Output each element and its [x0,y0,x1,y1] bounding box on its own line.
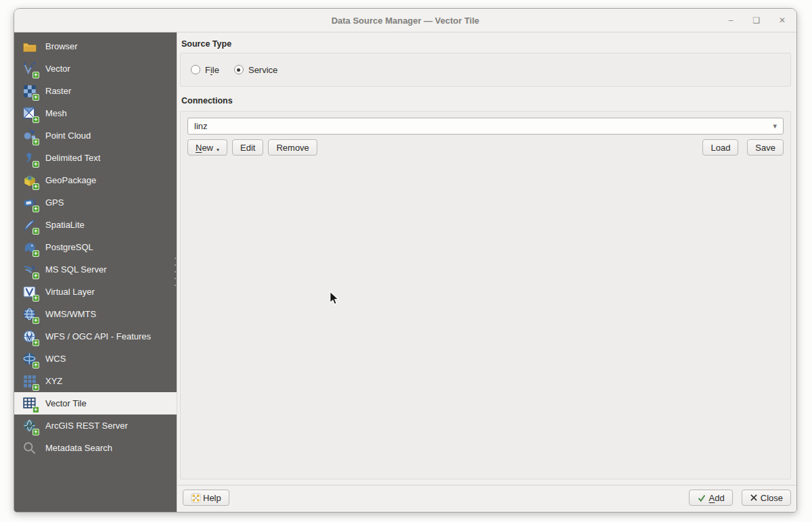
sidebar-item-geopackage[interactable]: + GeoPackage [14,169,177,191]
chevron-down-icon: ▾ [773,122,777,130]
radio-file-circle[interactable] [191,65,200,74]
plus-badge-icon: + [32,272,39,279]
save-connections-button[interactable]: Save [747,139,784,156]
menu-arrow-icon: ▾ [217,147,219,155]
radio-service-label: Service [248,65,277,75]
raster-layer-icon: + [22,83,38,99]
minimize-icon[interactable]: – [725,16,737,25]
close-button[interactable]: Close [742,490,791,506]
help-icon [191,493,201,503]
radio-service[interactable]: Service [234,65,277,75]
postgresql-elephant-icon: + [22,239,38,256]
sidebar-item-metadata-search[interactable]: Metadata Search [14,437,177,459]
plus-badge-icon: + [32,72,39,78]
new-connection-button[interactable]: New▾ [187,139,227,156]
source-type-group: File Service [180,53,791,87]
sidebar-item-label: XYZ [45,376,62,386]
plus-badge-icon: + [32,406,39,413]
sidebar-item-wcs[interactable]: + WCS [14,348,177,370]
sidebar-item-label: Point Cloud [45,130,91,141]
sidebar-item-label: WFS / OGC API - Features [45,331,151,341]
plus-badge-icon: + [32,362,39,369]
plus-badge-icon: + [32,250,39,257]
gps-icon: + [22,195,38,211]
plus-badge-icon: + [32,317,39,324]
sidebar-item-vector[interactable]: + Vector [14,57,177,80]
sidebar-item-ms-sql-server[interactable]: + MS SQL Server [14,258,177,281]
plus-badge-icon: + [32,94,39,101]
sidebar-item-label: GPS [45,197,64,208]
sidebar-item-xyz[interactable]: + XYZ [14,370,177,392]
sidebar-item-browser[interactable]: Browser [14,35,177,57]
wcs-globe-icon: + [22,351,38,367]
sidebar-item-wms-wmts[interactable]: + WMS/WMTS [14,303,177,325]
radio-service-circle[interactable] [234,65,244,74]
connection-select[interactable]: linz ▾ [187,118,784,135]
sidebar-item-label: Mesh [45,108,67,118]
new-button-label: New [196,143,213,153]
sidebar-item-mesh[interactable]: + Mesh [14,102,177,124]
window-title: Data Source Manager — Vector Tile [332,16,480,26]
sidebar-item-point-cloud[interactable]: + Point Cloud [14,124,177,147]
sidebar-item-label: Virtual Layer [45,287,95,297]
close-window-icon[interactable]: ✕ [776,16,788,25]
help-button-label: Help [203,493,221,503]
radio-file-label: File [205,65,219,75]
sidebar-item-label: MS SQL Server [45,264,107,275]
vector-tile-pane: Source Type File Service Connections lin… [177,32,796,512]
plus-badge-icon: + [32,295,39,302]
spatialite-feather-icon: + [22,217,38,233]
mesh-layer-icon: + [22,105,38,122]
sidebar-item-label: Vector Tile [45,398,87,408]
connections-empty-area [187,156,784,473]
data-source-manager-window: Data Source Manager — Vector Tile – ❑ ✕ … [14,8,797,513]
titlebar[interactable]: Data Source Manager — Vector Tile – ❑ ✕ [14,9,796,32]
sidebar-item-label: PostgreSQL [45,242,93,252]
plus-badge-icon: + [32,139,39,145]
connections-heading: Connections [181,96,791,105]
add-button-label: Add [709,493,725,503]
wms-wmts-globe-icon: + [22,306,38,323]
sidebar-item-postgresql[interactable]: + PostgreSQL [14,236,177,258]
connection-select-value: linz [194,121,208,131]
maximize-icon[interactable]: ❑ [750,16,763,25]
connection-buttons-row: New▾ Edit Remove Load Save [187,139,784,156]
source-type-sidebar: Browser + Vector + Raster + Mesh + Point… [14,32,177,512]
sidebar-item-virtual-layer[interactable]: + Virtual Layer [14,281,177,303]
vector-tile-form: Source Type File Service Connections lin… [177,32,796,485]
geopackage-icon: + [22,172,38,189]
sidebar-item-vector-tile[interactable]: + Vector Tile [14,392,177,414]
window-controls: – ❑ ✕ [725,9,788,32]
close-x-icon [750,494,758,502]
sidebar-item-spatialite[interactable]: + SpatiaLite [14,214,177,236]
edit-connection-button[interactable]: Edit [232,139,263,156]
sidebar-item-gps[interactable]: + GPS [14,191,177,214]
delimited-text-icon: + [22,150,38,166]
sidebar-item-label: Raster [45,86,71,96]
load-connections-button[interactable]: Load [702,139,738,156]
ms-sql-server-icon: + [22,262,38,278]
sidebar-item-arcgis-rest-server[interactable]: + ArcGIS REST Server [14,414,177,437]
xyz-tiles-icon: + [22,373,38,389]
sidebar-item-label: GeoPackage [45,175,96,185]
sidebar-item-label: Metadata Search [45,443,112,453]
remove-connection-button[interactable]: Remove [268,139,317,156]
footer-right-buttons: Add Close [689,490,791,506]
wfs-ogc-globe-icon: + [22,329,38,345]
plus-badge-icon: + [32,161,39,168]
sidebar-splitter-handle[interactable] [174,258,177,286]
sidebar-item-label: SpatiaLite [45,220,85,230]
help-button[interactable]: Help [183,490,229,506]
radio-file[interactable]: File [191,65,219,75]
vector-layer-icon: + [22,61,38,77]
arcgis-globe-icon: + [22,418,38,434]
sidebar-item-delimited-text[interactable]: + Delimited Text [14,147,177,169]
connections-group: linz ▾ New▾ Edit Remove Load Save [180,111,791,479]
dialog-button-box: Help Add Close [177,485,796,512]
sidebar-item-raster[interactable]: + Raster [14,80,177,102]
sidebar-item-wfs-ogc-api-features[interactable]: + WFS / OGC API - Features [14,325,177,348]
add-button[interactable]: Add [689,490,733,506]
sidebar-item-label: Delimited Text [45,153,100,163]
source-type-heading: Source Type [181,39,791,49]
plus-badge-icon: + [32,116,39,123]
